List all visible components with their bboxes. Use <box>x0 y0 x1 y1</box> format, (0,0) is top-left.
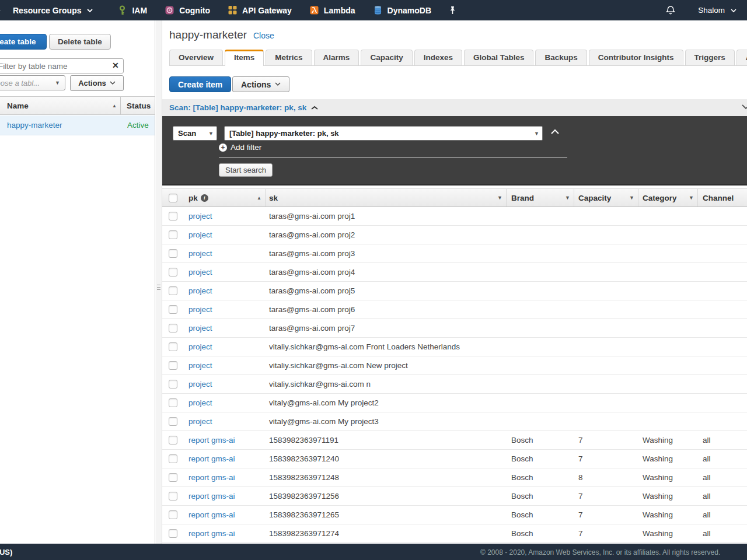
nav-service-api-gateway[interactable]: API Gateway <box>219 0 301 20</box>
row-checkbox[interactable] <box>169 454 177 463</box>
pk-link[interactable]: project <box>189 212 212 220</box>
pk-link[interactable]: project <box>189 249 212 258</box>
create-item-button[interactable]: Create item <box>169 76 231 92</box>
chevron-down-icon[interactable]: ▼ <box>629 195 634 201</box>
column-header-brand[interactable]: Brand ▼ <box>507 189 574 206</box>
tab[interactable]: Capacity <box>361 50 412 65</box>
nav-service-cognito[interactable]: Cognito <box>156 0 219 20</box>
column-header-channel[interactable]: Channel <box>698 189 747 206</box>
pk-link[interactable]: project <box>189 380 212 388</box>
column-header-status[interactable]: Status <box>120 97 155 114</box>
items-actions-button[interactable]: Actions <box>232 76 289 92</box>
pk-link[interactable]: report gms-ai <box>189 492 235 501</box>
nav-resource-groups[interactable]: Resource Groups <box>8 0 102 20</box>
column-header-name[interactable]: Name ▲ <box>0 102 120 110</box>
user-menu[interactable]: Shalom <box>689 0 747 20</box>
close-link[interactable]: Close <box>253 31 274 40</box>
chevron-down-icon[interactable]: ▼ <box>497 195 502 201</box>
row-checkbox[interactable] <box>169 249 177 258</box>
pk-link[interactable]: report gms-ai <box>189 529 235 538</box>
pk-link[interactable]: project <box>189 398 212 407</box>
row-checkbox[interactable] <box>169 268 177 276</box>
table-filter-input[interactable] <box>0 58 124 74</box>
clear-filter-icon[interactable]: ✕ <box>112 61 119 70</box>
nav-service-lambda[interactable]: Lambda <box>301 0 364 20</box>
row-checkbox[interactable] <box>169 305 177 314</box>
table-name-link[interactable]: happy-marketer <box>7 121 62 130</box>
capacity-value <box>574 338 638 356</box>
row-checkbox[interactable] <box>169 417 177 426</box>
pk-link[interactable]: project <box>189 417 212 426</box>
language-selector[interactable]: English (US) <box>0 548 12 556</box>
pk-link[interactable]: project <box>189 230 212 239</box>
row-checkbox[interactable] <box>169 398 177 407</box>
scan-target-select[interactable]: [Table] happy-marketer: pk, sk ▼ <box>224 126 543 141</box>
row-checkbox[interactable] <box>169 342 177 351</box>
panel-resize-gutter[interactable] <box>156 20 162 544</box>
chevron-down-icon[interactable]: ▼ <box>565 195 570 201</box>
column-header-category[interactable]: Category ▼ <box>638 189 698 206</box>
tab[interactable]: Global Tables <box>464 50 534 65</box>
tab[interactable]: Access control <box>736 50 747 65</box>
nav-service-iam[interactable]: IAM <box>109 0 156 20</box>
pk-link[interactable]: project <box>189 286 212 295</box>
row-checkbox[interactable] <box>169 492 177 501</box>
info-icon[interactable]: i <box>201 194 208 202</box>
notifications-button[interactable] <box>657 0 689 20</box>
brand-value: Bosch <box>507 487 574 505</box>
pk-link[interactable]: report gms-ai <box>189 454 235 463</box>
channel-value: all <box>698 506 747 524</box>
row-checkbox[interactable] <box>169 212 177 220</box>
sk-value: taras@gms-ai.com proj2 <box>266 226 507 244</box>
pk-link[interactable]: report gms-ai <box>189 473 235 482</box>
start-search-button[interactable]: Start search <box>219 163 273 177</box>
choose-table-select[interactable]: Choose a tabl... ▼ <box>0 75 65 90</box>
tab[interactable]: Metrics <box>266 50 312 65</box>
row-checkbox[interactable] <box>169 380 177 388</box>
pk-link[interactable]: project <box>189 324 212 332</box>
row-checkbox[interactable] <box>169 361 177 370</box>
tab[interactable]: Contributor Insights <box>589 50 683 65</box>
pk-link[interactable]: project <box>189 342 212 351</box>
services-chevron-icon[interactable] <box>0 6 8 15</box>
tab[interactable]: Items <box>225 50 264 66</box>
pk-link[interactable]: report gms-ai <box>189 510 235 519</box>
operation-select[interactable]: Scan ▼ <box>173 126 217 141</box>
chevron-down-icon[interactable] <box>742 104 747 110</box>
tab[interactable]: Triggers <box>685 50 735 65</box>
category-value: Washing <box>638 506 698 524</box>
chevron-down-icon[interactable]: ▼ <box>689 195 694 201</box>
pk-link[interactable]: project <box>189 361 212 370</box>
tab[interactable]: Alarms <box>314 50 359 65</box>
resize-grip-handle[interactable] <box>157 283 160 292</box>
table-list-row[interactable]: happy-marketer Active <box>0 116 155 135</box>
row-checkbox[interactable] <box>169 510 177 519</box>
brand-value: Bosch <box>507 431 574 449</box>
add-filter-button[interactable]: + Add filter <box>219 143 261 152</box>
tab[interactable]: Backups <box>535 50 587 65</box>
row-checkbox[interactable] <box>169 436 177 444</box>
scan-summary-bar[interactable]: Scan: [Table] happy-marketer: pk, sk <box>162 99 747 116</box>
column-header-capacity[interactable]: Capacity ▼ <box>574 189 638 206</box>
row-checkbox[interactable] <box>169 324 177 332</box>
create-table-button[interactable]: Create table <box>0 34 47 50</box>
pk-link[interactable]: project <box>189 268 212 276</box>
delete-table-button[interactable]: Delete table <box>49 34 111 50</box>
column-header-sk[interactable]: sk ▼ <box>266 189 507 206</box>
collapse-panel-icon[interactable] <box>550 128 560 135</box>
select-all-checkbox[interactable] <box>169 194 177 202</box>
nav-service-dynamodb[interactable]: DynamoDB <box>364 0 440 20</box>
pk-link[interactable]: report gms-ai <box>189 436 235 444</box>
row-checkbox[interactable] <box>169 529 177 538</box>
pin-button[interactable] <box>440 0 465 20</box>
table-detail-panel: happy-marketer Close OverviewItemsMetric… <box>162 20 747 544</box>
sidebar-actions-button[interactable]: Actions <box>70 75 124 91</box>
row-checkbox[interactable] <box>169 473 177 482</box>
tab[interactable]: Indexes <box>414 50 462 65</box>
row-checkbox[interactable] <box>169 230 177 239</box>
pk-link[interactable]: project <box>189 305 212 314</box>
tab[interactable]: Overview <box>169 50 223 65</box>
column-header-pk[interactable]: pk i ▲ <box>184 189 266 206</box>
row-checkbox[interactable] <box>169 286 177 295</box>
service-label: API Gateway <box>242 6 292 15</box>
